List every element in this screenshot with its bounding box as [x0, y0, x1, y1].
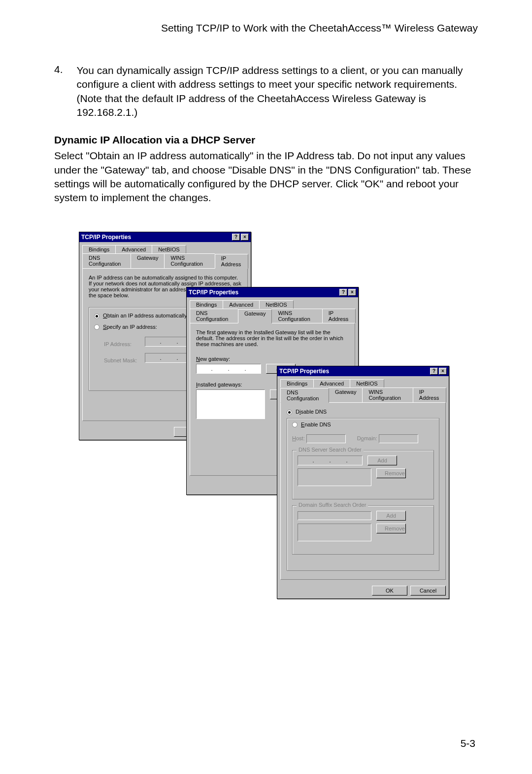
cancel-button[interactable]: Cancel	[410, 586, 446, 596]
suffix-add-button[interactable]: Add	[376, 511, 406, 521]
tab-ipaddress[interactable]: IP Address	[215, 254, 248, 269]
titlebar[interactable]: TCP/IP Properties ? ×	[187, 287, 358, 297]
installed-gateways-list[interactable]	[196, 389, 265, 419]
tab-bindings[interactable]: Bindings	[82, 245, 116, 253]
dns-search-order-label: DNS Server Search Order	[297, 447, 364, 453]
dialog-title: TCP/IP Properties	[279, 368, 429, 375]
tabs-row-2: DNS Configuration Gateway WINS Configura…	[79, 253, 251, 268]
domain-label: Domain:	[357, 435, 377, 441]
tab-dnsconfig[interactable]: DNS Configuration	[82, 253, 131, 268]
domain-suffix-input	[298, 511, 371, 520]
ip-address-label: IP Address:	[104, 341, 143, 347]
radio-enable-dns-label: Enable DNS	[301, 422, 331, 427]
ok-button[interactable]: OK	[372, 586, 407, 596]
tab-dnsconfig[interactable]: DNS Configuration	[280, 388, 329, 403]
close-icon[interactable]: ×	[241, 234, 249, 241]
tab-gateway[interactable]: Gateway	[238, 309, 272, 323]
radio-specify-ip[interactable]	[94, 324, 100, 330]
new-gateway-label: New gateway:	[196, 356, 349, 362]
help-icon[interactable]: ?	[430, 368, 438, 375]
page-header: Setting TCP/IP to Work with the CheetahA…	[54, 22, 478, 34]
domain-suffix-label: Domain Suffix Search Order	[297, 502, 368, 508]
host-label: Host:	[292, 435, 305, 441]
tab-advanced[interactable]: Advanced	[313, 379, 350, 387]
tab-bindings[interactable]: Bindings	[190, 300, 223, 309]
tabs-row-2: DNS Configuration Gateway WINS Configura…	[187, 309, 358, 323]
dns-remove-button[interactable]: Remove	[376, 468, 406, 478]
suffix-remove-button[interactable]: Remove	[376, 524, 406, 533]
new-gateway-input[interactable]: ...	[196, 364, 261, 374]
dns-server-input: ...	[298, 456, 363, 465]
tab-advanced[interactable]: Advanced	[223, 300, 260, 309]
host-input	[306, 434, 346, 443]
tabs-row-1: Bindings Advanced NetBIOS	[187, 297, 358, 309]
section-body: Select "Obtain an IP address automatical…	[54, 149, 478, 205]
tab-netbios[interactable]: NetBIOS	[152, 245, 186, 253]
tab-bindings[interactable]: Bindings	[280, 379, 314, 387]
radio-obtain-ip-label: Obtain an IP address automatically	[103, 313, 187, 318]
close-icon[interactable]: ×	[348, 289, 356, 296]
radio-specify-ip-label: Specify an IP address:	[103, 324, 157, 330]
tab-ipaddress[interactable]: IP Address	[322, 309, 356, 323]
subnet-mask-label: Subnet Mask:	[104, 357, 143, 363]
radio-enable-dns[interactable]	[292, 422, 298, 427]
titlebar[interactable]: TCP/IP Properties ? ×	[277, 366, 449, 376]
tab-advanced[interactable]: Advanced	[115, 245, 152, 253]
tab-winsconfig[interactable]: WINS Configuration	[164, 253, 215, 268]
tab-winsconfig[interactable]: WINS Configuration	[362, 387, 413, 402]
list-body: You can dynamically assign TCP/IP addres…	[77, 64, 478, 119]
tab-dnsconfig[interactable]: DNS Configuration	[190, 309, 238, 323]
radio-obtain-ip[interactable]	[94, 314, 100, 319]
tcpip-dialog-dns: TCP/IP Properties ? × Bindings Advanced …	[277, 366, 449, 599]
help-icon[interactable]: ?	[339, 289, 347, 296]
radio-disable-dns-label: Disable DNS	[296, 409, 327, 415]
tab-netbios[interactable]: NetBIOS	[350, 379, 384, 387]
tab-gateway[interactable]: Gateway	[329, 387, 363, 402]
titlebar[interactable]: TCP/IP Properties ? ×	[79, 232, 251, 242]
tab-winsconfig[interactable]: WINS Configuration	[271, 309, 322, 323]
radio-disable-dns[interactable]	[287, 410, 292, 415]
dialog-title: TCP/IP Properties	[81, 234, 231, 241]
list-number: 4.	[54, 64, 63, 119]
tab-gateway[interactable]: Gateway	[131, 253, 165, 268]
section-heading: Dynamic IP Allocation via a DHCP Server	[54, 134, 478, 146]
tab-ipaddress[interactable]: IP Address	[413, 387, 446, 402]
tabs-row-2: DNS Configuration Gateway WINS Configura…	[277, 387, 449, 402]
tab-netbios[interactable]: NetBIOS	[259, 300, 293, 309]
gateway-description: The first gateway in the Installed Gatew…	[196, 329, 349, 347]
dns-server-list	[298, 468, 371, 486]
dialog-title: TCP/IP Properties	[189, 289, 338, 296]
tabs-row-1: Bindings Advanced NetBIOS	[79, 242, 251, 253]
help-icon[interactable]: ?	[232, 234, 240, 241]
page-number: 5-3	[461, 738, 475, 749]
tabs-row-1: Bindings Advanced NetBIOS	[277, 376, 449, 387]
domain-input	[379, 434, 418, 443]
dns-add-button[interactable]: Add	[367, 456, 397, 465]
domain-suffix-list	[298, 524, 371, 541]
close-icon[interactable]: ×	[439, 368, 447, 375]
